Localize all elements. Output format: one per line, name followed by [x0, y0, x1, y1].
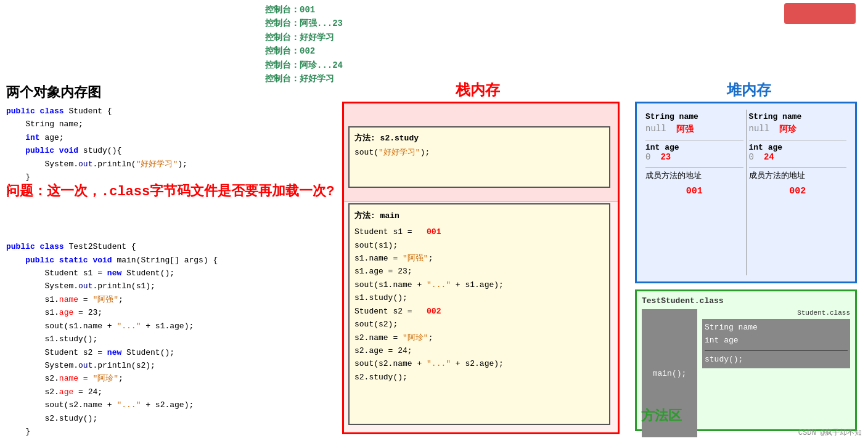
- heap-title: 堆内存: [647, 80, 851, 100]
- code-area-left: public class Student { String name; int …: [0, 102, 336, 441]
- stack-main-box: 方法: main Student s1 = 001 sout(s1); s1.n…: [348, 203, 610, 425]
- top-right-button[interactable]: [784, 3, 856, 24]
- csdn-label: CSDN @疯子却不知: [798, 427, 862, 438]
- heap-container: String name null 阿强 int age 0 23 成员方法的地址…: [635, 102, 857, 283]
- heap-obj2: String name null 阿珍 int age 0 24 成员方法的地址…: [747, 110, 850, 275]
- console-output: 控制台：001 控制台：阿强...23 控制台：好好学习 控制台：002 控制台…: [259, 0, 456, 89]
- console-line-4: 控制台：002: [265, 44, 450, 58]
- console-line-3: 控制台：好好学习: [265, 31, 450, 44]
- stack-title: 栈内存: [370, 80, 586, 100]
- section-left-title: 两个对象内存图: [6, 83, 101, 102]
- console-line-5: 控制台：阿珍...24: [265, 59, 450, 72]
- heap-obj1: String name null 阿强 int age 0 23 成员方法的地址…: [643, 110, 746, 275]
- question-banner: 问题：这一次，.class字节码文件是否要再加载一次?: [0, 179, 616, 203]
- student-class-column: Student.class String name int age study(…: [702, 309, 850, 437]
- method-area-label: 方法区: [641, 407, 682, 425]
- student-class-content: String name int age study();: [702, 319, 850, 368]
- console-line-2: 控制台：阿强...23: [265, 17, 450, 30]
- console-line-1: 控制台：001: [265, 3, 450, 17]
